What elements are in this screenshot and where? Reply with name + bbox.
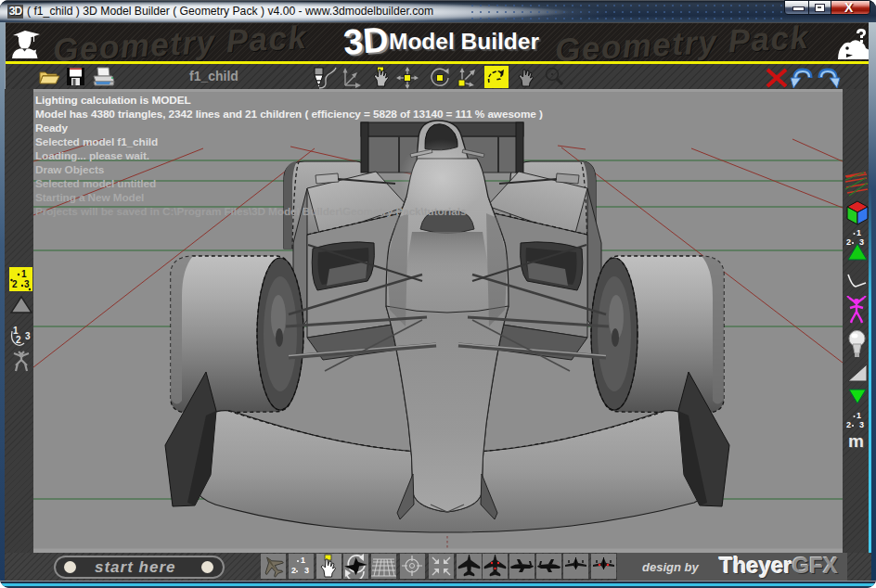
svg-text:1: 1	[301, 556, 305, 565]
svg-text:2: 2	[291, 566, 296, 575]
svg-text:1: 1	[21, 269, 27, 279]
svg-text:1: 1	[857, 411, 861, 420]
svg-text:2: 2	[846, 420, 851, 429]
svg-text:3: 3	[25, 331, 31, 341]
svg-text:2: 2	[12, 279, 18, 289]
svg-text:2: 2	[16, 335, 21, 345]
svg-text:1: 1	[857, 228, 861, 237]
svg-text:3: 3	[304, 566, 309, 575]
svg-text:3: 3	[24, 279, 30, 289]
svg-text:3: 3	[859, 420, 864, 429]
svg-text:m: m	[848, 431, 864, 451]
